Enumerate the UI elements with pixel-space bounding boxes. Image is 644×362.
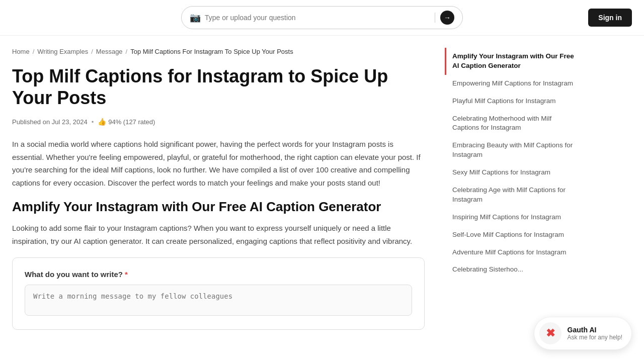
published-date: Published on Jul 23, 2024 bbox=[12, 118, 88, 126]
search-input[interactable] bbox=[205, 14, 430, 22]
rating-section: 👍 94% (127 rated) bbox=[98, 118, 155, 126]
toc-item-3[interactable]: Celebrating Motherhood with Milf Caption… bbox=[445, 110, 576, 137]
toc-item-2[interactable]: Playful Milf Captions for Instagram bbox=[445, 93, 576, 110]
breadcrumb-current: Top Milf Captions For Instagram To Spice… bbox=[130, 48, 293, 55]
article-meta: Published on Jul 23, 2024 • 👍 94% (127 r… bbox=[12, 118, 425, 126]
required-star: * bbox=[125, 270, 128, 279]
thumbs-up-icon: 👍 bbox=[98, 118, 106, 126]
camera-icon: 📷 bbox=[190, 12, 201, 23]
breadcrumb-home[interactable]: Home bbox=[12, 48, 30, 55]
gauth-logo-icon: ✖ bbox=[546, 327, 555, 330]
header: 📷 → Sign in bbox=[0, 0, 644, 36]
sign-in-button[interactable]: Sign in bbox=[588, 9, 632, 27]
rating-value: 94% (127 rated) bbox=[108, 118, 155, 126]
search-bar[interactable]: 📷 → bbox=[181, 6, 463, 29]
toc-item-5[interactable]: Sexy Milf Captions for Instagram bbox=[445, 164, 576, 182]
toc-item-1[interactable]: Empowering Milf Captions for Instagram bbox=[445, 75, 576, 93]
generator-label: What do you want to write? * bbox=[25, 270, 412, 279]
meta-dot: • bbox=[92, 118, 94, 126]
toc-item-10[interactable]: Celebrating Sisterhoo... bbox=[445, 261, 576, 279]
toc-list: Amplify Your Instagram with Our Free AI … bbox=[445, 48, 576, 279]
toc-item-8[interactable]: Self-Love Milf Captions for Instagram bbox=[445, 226, 576, 244]
article-title: Top Milf Captions for Instagram to Spice… bbox=[12, 65, 425, 109]
search-submit-button[interactable]: → bbox=[440, 11, 454, 25]
breadcrumb-sep-3: / bbox=[126, 48, 128, 55]
gauth-widget[interactable]: ✖ Gauth AI Ask me for any help! bbox=[534, 317, 632, 330]
article-intro: In a social media world where captions h… bbox=[12, 138, 425, 189]
section1-title: Amplify Your Instagram with Our Free AI … bbox=[12, 199, 425, 215]
toc-item-7[interactable]: Inspiring Milf Captions for Instagram bbox=[445, 209, 576, 226]
article-body: In a social media world where captions h… bbox=[12, 138, 425, 330]
toc-item-6[interactable]: Celebrating Age with Milf Captions for I… bbox=[445, 182, 576, 209]
breadcrumb-sep-2: / bbox=[91, 48, 93, 55]
page-layout: Home / Writing Examples / Message / Top … bbox=[0, 36, 644, 330]
breadcrumb-writing-examples[interactable]: Writing Examples bbox=[37, 48, 88, 55]
breadcrumb-message[interactable]: Message bbox=[96, 48, 123, 55]
divider bbox=[435, 13, 435, 23]
generator-input[interactable] bbox=[25, 285, 412, 316]
main-content: Home / Writing Examples / Message / Top … bbox=[12, 48, 425, 330]
toc-item-9[interactable]: Adventure Milf Captions for Instagram bbox=[445, 244, 576, 261]
breadcrumb: Home / Writing Examples / Message / Top … bbox=[12, 48, 425, 55]
ai-generator-box: What do you want to write? * bbox=[12, 257, 425, 330]
toc-item-0[interactable]: Amplify Your Instagram with Our Free AI … bbox=[445, 48, 576, 75]
breadcrumb-sep-1: / bbox=[33, 48, 35, 55]
gauth-name: Gauth AI bbox=[568, 326, 622, 330]
sidebar-toc: Amplify Your Instagram with Our Free AI … bbox=[445, 48, 576, 330]
gauth-avatar: ✖ bbox=[539, 322, 561, 330]
gauth-text: Gauth AI Ask me for any help! bbox=[568, 326, 622, 330]
generator-label-text: What do you want to write? bbox=[25, 270, 123, 279]
section1-body: Looking to add some flair to your Instag… bbox=[12, 222, 425, 247]
toc-item-4[interactable]: Embracing Beauty with Milf Captions for … bbox=[445, 137, 576, 164]
